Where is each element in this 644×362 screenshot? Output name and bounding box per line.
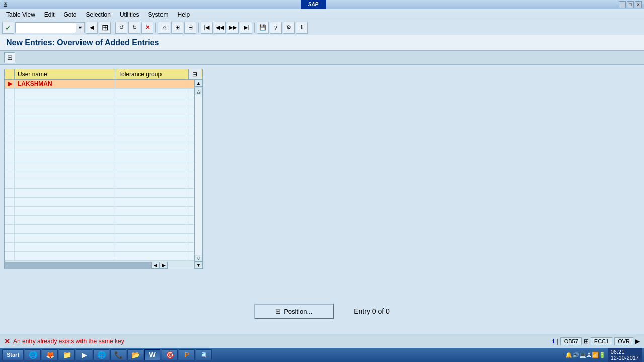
table-row [5,161,194,170]
menu-system[interactable]: System [144,10,173,19]
taskbar-firefox[interactable]: 🦊 [42,349,58,360]
prev-button[interactable]: ◀◀ [214,22,226,34]
status-right: ℹ | OB57 ⊞ ECC1 OVR ▶ [552,337,640,345]
help-button[interactable]: ? [270,22,282,34]
entry-count-label: Entry 0 of 0 [354,307,390,315]
menu-help[interactable]: Help [174,10,194,19]
sap-logo: SAP [301,0,326,9]
col-resize-handle[interactable]: ⊟ [188,69,201,79]
find-button[interactable]: ⊞ [171,22,183,34]
separator-4 [254,23,255,33]
command-input[interactable] [16,23,76,33]
menu-bar: Table View Edit Goto Selection Utilities… [0,9,644,20]
start-button[interactable]: Start [2,349,24,360]
error-message-text: An entry already exists with the same ke… [13,338,124,345]
scroll-right-btn[interactable]: ▶ [159,262,168,269]
minimize-button[interactable]: _ [619,1,626,8]
info-button[interactable]: ℹ [296,22,308,34]
clock-time: 06:21 [611,349,639,355]
v-scrollbar: ▲ △ ▽ ▼ [194,80,202,269]
refresh2-button[interactable]: ↻ [128,22,140,34]
scroll-up-btn[interactable]: ▲ [195,80,203,87]
menu-goto[interactable]: Goto [60,10,81,19]
taskbar-files[interactable]: 📁 [59,349,75,360]
table-row [5,198,194,207]
status-separator: | [557,338,558,345]
col-username-header: User name [15,69,115,79]
taskbar-powerpoint[interactable]: P [179,349,195,360]
window-controls[interactable]: _ □ ✕ [619,1,642,8]
nav-next-button[interactable]: ⊞ [99,22,111,34]
last-button[interactable]: ▶| [240,22,252,34]
first-button[interactable]: |◀ [201,22,213,34]
username-cell[interactable]: LAKSHMAN [15,80,115,88]
table-row [5,225,194,234]
next-button[interactable]: ▶▶ [227,22,239,34]
page-title: New Entries: Overview of Added Entries [6,38,638,47]
table-row [5,170,194,179]
clock-date: 12-10-2017 [611,355,639,361]
settings-button[interactable]: ⚙ [283,22,295,34]
bottom-area: ⊞ Position... Entry 0 of 0 [0,296,644,326]
taskbar-folder[interactable]: 📂 [127,349,143,360]
table-action-button[interactable]: ⊞ [4,52,15,63]
print-button[interactable]: 🖨 [158,22,170,34]
row-selector[interactable]: ▶ [5,80,15,88]
separator-3 [198,23,199,33]
maximize-button[interactable]: □ [627,1,634,8]
table-row [5,107,194,116]
table-row [5,207,194,216]
scroll-pagedown-btn[interactable]: ▽ [195,255,203,262]
table-scroll-area: ▶ LAKSHMAN [5,80,202,269]
h-scrollbar: ◀ ▶ [5,261,194,269]
taskbar-skype[interactable]: 📞 [110,349,126,360]
taskbar: Start 🌐 🦊 📁 ▶ 🌐 📞 📂 W 🎯 P 🖥 🔔🔊💻🖧📶🔋 06:21… [0,348,644,362]
taskbar-sap[interactable]: 🖥 [196,349,212,360]
toolbar: ✓ ▼ ◀ ⊞ ↺ ↻ ✕ 🖨 ⊞ ⊟ |◀ ◀◀ ▶▶ ▶| 💾 ? ⚙ ℹ [0,20,644,35]
menu-tableview[interactable]: Table View [2,10,39,19]
h-scroll-thumb[interactable] [5,262,151,269]
save-button[interactable]: 💾 [257,22,269,34]
taskbar-app1[interactable]: 🎯 [162,349,178,360]
scroll-left-btn[interactable]: ◀ [151,262,159,269]
table-row [5,89,194,98]
table-row[interactable]: ▶ LAKSHMAN [5,80,194,89]
tolerance-cell[interactable] [115,80,188,88]
taskbar-media[interactable]: ▶ [76,349,92,360]
command-dropdown[interactable]: ▼ [76,23,84,33]
refresh-button[interactable]: ↺ [115,22,127,34]
badge-ovr: OVR [614,337,633,345]
menu-selection[interactable]: Selection [82,10,115,19]
taskbar-ie[interactable]: 🌐 [25,349,41,360]
main-area: User name Tolerance group ⊟ ▶ LAKSHMAN [0,65,644,296]
table-header-row: User name Tolerance group ⊟ [5,69,202,80]
menu-edit[interactable]: Edit [40,10,59,19]
taskbar-right: 🔔🔊💻🖧📶🔋 06:21 12-10-2017 [565,348,642,362]
taskbar-word[interactable]: W [144,349,160,360]
table-row [5,116,194,125]
page-header: New Entries: Overview of Added Entries [0,35,644,51]
action-toolbar: ⊞ [0,51,644,65]
scroll-track [195,95,202,255]
title-bar-left: 🖥 [2,1,8,8]
scroll-pageup-btn[interactable]: △ [195,88,203,95]
title-bar: 🖥 SAP _ □ ✕ [0,0,644,9]
confirm-button[interactable]: ✓ [2,22,14,34]
info-icon: ℹ [552,338,555,345]
close-button[interactable]: ✕ [635,1,642,8]
stop-button[interactable]: ✕ [141,22,153,34]
table-row [5,252,194,261]
nav-prev-button[interactable]: ◀ [86,22,98,34]
error-icon: ✕ [4,337,10,345]
menu-utilities[interactable]: Utilities [116,10,143,19]
scroll-down-btn[interactable]: ▼ [195,262,203,269]
position-button[interactable]: ⊞ Position... [254,304,334,319]
clock-display: 06:21 12-10-2017 [608,348,642,362]
taskbar-chrome[interactable]: 🌐 [93,349,109,360]
table-row [5,98,194,107]
table-row [5,179,194,189]
taskbar-systray: 🔔🔊💻🖧📶🔋 [565,352,606,358]
position-label: Position... [284,308,312,315]
status-message: ✕ An entry already exists with the same … [4,337,124,345]
find2-button[interactable]: ⊟ [184,22,196,34]
